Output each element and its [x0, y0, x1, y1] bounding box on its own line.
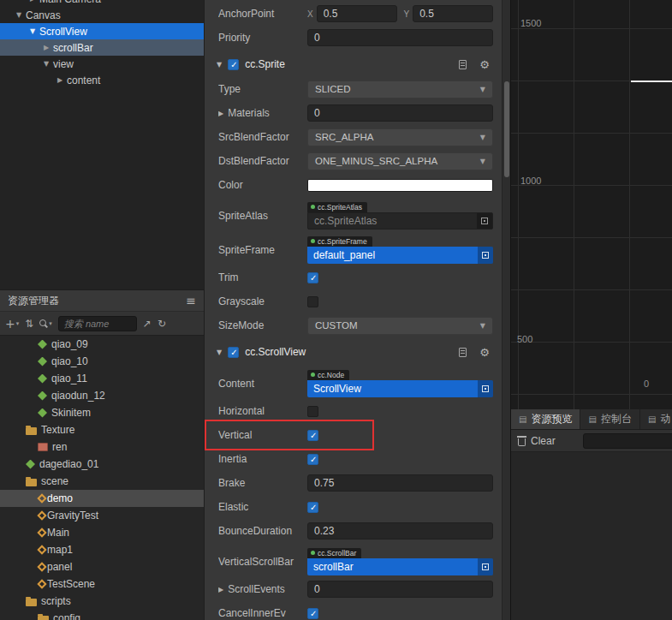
search-scope-button[interactable]: ▾: [39, 319, 52, 328]
chevron-down-icon[interactable]: ▼: [217, 61, 222, 69]
asset-row[interactable]: ren: [0, 438, 204, 456]
refresh-assets-button[interactable]: ↻: [158, 318, 166, 330]
sizemode-select[interactable]: CUSTOM ▼: [307, 317, 493, 335]
panel-icon: [519, 414, 526, 424]
asset-row[interactable]: map1: [0, 541, 204, 558]
asset-row[interactable]: qiao_11: [0, 370, 204, 387]
component-header-scrollview[interactable]: ▼ cc.ScrollView ⚙: [205, 339, 502, 365]
asset-row[interactable]: qiaodun_12: [0, 387, 204, 404]
asset-row[interactable]: panel: [0, 558, 204, 575]
component-title: cc.ScrollView: [245, 346, 306, 358]
inertia-checkbox[interactable]: [307, 454, 318, 465]
asset-folder-row[interactable]: scene: [0, 473, 204, 490]
hierarchy-node-main-camera[interactable]: Main Camera: [0, 0, 204, 7]
verticalscrollbar-row: VerticalScrollBar cc.ScrollBar scrollBar: [205, 543, 502, 577]
priority-input[interactable]: [307, 29, 493, 46]
gear-icon[interactable]: ⚙: [479, 59, 490, 70]
tab-console[interactable]: 控制台: [580, 409, 639, 429]
cancelinnerevents-checkbox[interactable]: [307, 608, 318, 619]
sort-assets-button[interactable]: ⇅: [25, 318, 33, 330]
hierarchy-node-content[interactable]: content: [0, 72, 204, 88]
grayscale-row: Grayscale: [205, 289, 502, 313]
anchor-x-input[interactable]: [317, 5, 397, 22]
hierarchy-node-scrollview[interactable]: ScrollView: [0, 23, 204, 39]
hierarchy-node-canvas[interactable]: Canvas: [0, 7, 204, 23]
scene-icon: [37, 545, 46, 554]
expand-collapse-button[interactable]: ↗: [143, 318, 152, 330]
scene-icon: [37, 562, 46, 571]
component-enabled-checkbox[interactable]: [228, 347, 239, 358]
scrollevents-input[interactable]: [307, 581, 493, 598]
chevron-down-icon[interactable]: [27, 27, 38, 35]
dstblendfactor-select[interactable]: ONE_MINUS_SRC_ALPHA ▼: [307, 152, 493, 170]
asset-type-dot-icon: [311, 239, 315, 243]
console-filter-input[interactable]: [583, 433, 672, 449]
asset-row[interactable]: dagediao_01: [0, 456, 204, 473]
assets-search-input[interactable]: [58, 316, 137, 331]
locate-asset-icon[interactable]: [478, 380, 493, 397]
tab-animation[interactable]: 动: [640, 409, 672, 429]
property-label: Content: [218, 378, 307, 390]
content-field[interactable]: ScrollView: [307, 380, 493, 397]
property-label: AnchorPoint: [218, 8, 307, 20]
component-title: cc.Sprite: [245, 58, 285, 70]
spriteatlas-field[interactable]: cc.SpriteAtlas: [307, 212, 493, 230]
hierarchy-node-view[interactable]: view: [0, 56, 204, 72]
component-enabled-checkbox[interactable]: [228, 59, 239, 70]
chevron-right-icon[interactable]: ▶: [218, 586, 223, 593]
anchor-y-input[interactable]: [413, 5, 493, 22]
component-header-sprite[interactable]: ▼ cc.Sprite ⚙: [205, 51, 502, 77]
chevron-right-icon[interactable]: [55, 76, 65, 84]
scrollbar-thumb[interactable]: [504, 81, 509, 177]
tab-asset-preview[interactable]: 资源预览: [511, 409, 580, 429]
srcblendfactor-select[interactable]: SRC_ALPHA ▼: [307, 128, 493, 146]
scene-icon: [37, 493, 46, 503]
chevron-down-icon[interactable]: ▼: [217, 349, 222, 356]
asset-row[interactable]: qiao_10: [0, 353, 204, 370]
clear-button[interactable]: Clear: [518, 435, 556, 447]
materials-input[interactable]: [307, 104, 493, 122]
asset-folder-row[interactable]: config: [0, 610, 204, 620]
chevron-down-icon[interactable]: [14, 11, 24, 19]
hamburger-menu-icon[interactable]: ≡: [186, 294, 196, 307]
locate-asset-icon[interactable]: [478, 558, 493, 575]
brake-input[interactable]: [307, 474, 493, 492]
asset-row[interactable]: GravityTest: [0, 507, 204, 524]
locate-asset-icon[interactable]: [478, 247, 493, 264]
asset-row-selected[interactable]: demo: [0, 490, 204, 507]
spriteframe-row: SpriteFrame cc.SpriteFrame default_panel: [205, 231, 502, 265]
verticalscrollbar-field[interactable]: scrollBar: [307, 558, 493, 575]
gear-icon[interactable]: ⚙: [479, 347, 490, 358]
copy-component-icon[interactable]: [459, 348, 467, 357]
bounceduration-input[interactable]: [307, 522, 493, 540]
trim-checkbox[interactable]: [307, 272, 318, 283]
asset-type-chip: cc.ScrollBar: [307, 548, 361, 558]
console-toolbar: Clear: [511, 430, 672, 452]
copy-component-icon[interactable]: [459, 60, 467, 69]
scene-viewport[interactable]: 1500 1000 500 0: [511, 0, 672, 409]
grayscale-checkbox[interactable]: [307, 296, 318, 307]
spriteframe-field[interactable]: default_panel: [307, 247, 493, 264]
asset-row[interactable]: Skinitem: [0, 404, 204, 421]
tab-label: 资源预览: [531, 412, 572, 426]
asset-folder-row[interactable]: scripts: [0, 593, 204, 610]
hierarchy-node-scrollbar[interactable]: scrollBar: [0, 39, 204, 56]
color-swatch[interactable]: [307, 179, 493, 192]
chevron-right-icon[interactable]: ▶: [218, 110, 223, 117]
asset-folder-row[interactable]: Texture: [0, 421, 204, 438]
ruler-label: 0: [644, 379, 649, 389]
chevron-down-icon: ▼: [480, 86, 485, 93]
type-select[interactable]: SLICED ▼: [307, 80, 493, 98]
chevron-down-icon[interactable]: [41, 60, 51, 68]
elastic-checkbox[interactable]: [307, 502, 318, 513]
asset-row[interactable]: Main: [0, 524, 204, 541]
chevron-right-icon[interactable]: [41, 44, 51, 51]
add-asset-button[interactable]: +▾: [5, 317, 19, 331]
asset-row[interactable]: qiao_09: [0, 336, 204, 353]
inspector-scrollbar[interactable]: [502, 0, 510, 620]
x-axis-label: X: [307, 9, 313, 19]
vertical-checkbox[interactable]: [307, 430, 318, 441]
locate-asset-icon[interactable]: [477, 213, 492, 229]
asset-row[interactable]: TestScene: [0, 575, 204, 593]
horizontal-checkbox[interactable]: [307, 406, 318, 417]
